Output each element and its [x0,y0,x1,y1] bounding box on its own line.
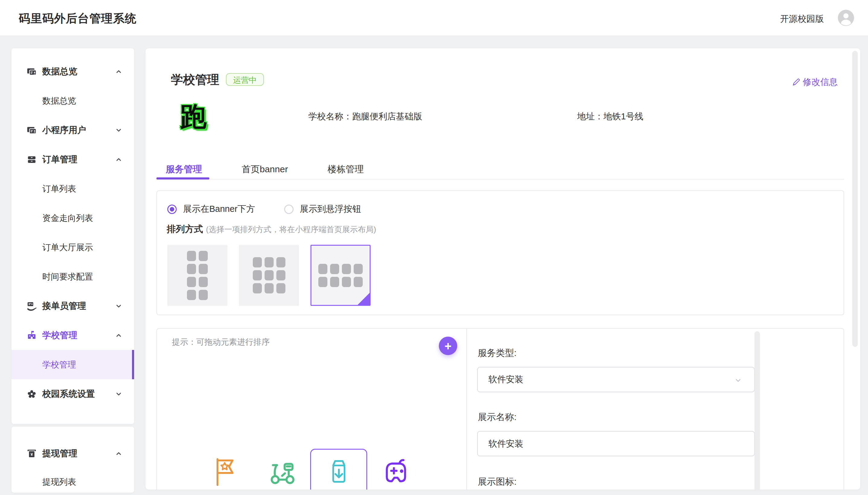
layout-grid-preview [187,251,208,300]
layout-grid-preview [253,257,285,293]
sidebar-item-withdraw-list[interactable]: 提现列表 [12,468,134,493]
display-name-field [477,431,755,456]
scooter-icon [267,456,297,486]
sidebar-item-label: 接单员管理 [42,300,86,312]
tab-home-banner[interactable]: 首页banner [232,159,297,179]
school-logo: 跑 [178,102,208,132]
display-icon-label: 展示图标: [478,476,516,488]
sidebar-item-order-list[interactable]: 订单列表 [12,174,134,203]
withdraw-icon: ¥ [26,448,37,459]
sidebar-item-mini-program-users[interactable]: 小程序用户 [12,116,134,145]
tab-bar: 服务管理首页banner楼栋管理 [157,159,394,179]
layout-option-4x2[interactable] [311,245,371,306]
sidebar-item-label: 数据总览 [42,66,77,78]
layout-option-3x3[interactable] [239,245,299,306]
service-type-select[interactable]: 软件安装 [477,367,755,392]
sidebar-item-data-overview-detail[interactable]: 数据总览 [12,86,134,116]
sidebar-item-label: 提现管理 [42,447,77,460]
courier-icon [26,301,37,311]
chevron-down-icon [733,376,743,385]
panel-divider [466,329,467,490]
sidebar-item-school-management[interactable]: 学校管理 [12,321,134,350]
sidebar-item-fund-flow-list[interactable]: 资金走向列表 [12,203,134,233]
radio-floating-button-label[interactable]: 展示到悬浮按钮 [300,203,361,215]
active-tab-underline [157,177,209,180]
service-item-delivery-scooter[interactable] [253,449,310,490]
content-card: 学校管理 运营中 修改信息 跑 学校名称：跑腿便利店基础版 地址：地铁1号线 服… [146,48,860,490]
display-position-radio-group: 展示在Banner下方 展示到悬浮按钮 [167,203,361,215]
display-name-label: 展示名称: [478,411,516,423]
user-avatar-icon[interactable] [838,10,854,26]
sidebar-item-label: 订单大厅展示 [42,242,93,253]
settings-icon [26,389,37,399]
tab-bar-border [157,179,844,180]
sidebar-card-main: 数据总览数据总览小程序用户订单管理订单列表资金走向列表订单大厅展示时间要求配置接… [12,48,134,424]
school-address: 地址：地铁1号线 [577,110,643,123]
sidebar-item-label: 小程序用户 [42,124,86,136]
status-badge: 运营中 [226,73,264,86]
content-scrollbar-thumb[interactable] [852,51,858,347]
display-settings-panel: 展示在Banner下方 展示到悬浮按钮 排列方式(选择一项排列方式，将在小程序端… [157,190,844,315]
layout-options [167,245,371,306]
school-name: 学校名称：跑腿便利店基础版 [308,110,422,123]
service-items-row [196,449,424,490]
chevron-up-icon[interactable] [115,68,123,75]
radio-banner-below[interactable] [167,205,177,214]
arrange-mode-line: 排列方式(选择一项排列方式，将在小程序端首页展示布局) [167,223,376,235]
layout-grid-preview [318,264,363,287]
radio-banner-below-label[interactable]: 展示在Banner下方 [183,203,255,215]
service-type-label: 服务类型: [478,347,516,359]
sidebar-item-withdraw-management[interactable]: ¥提现管理 [12,439,134,468]
sidebar-item-order-hall-display[interactable]: 订单大厅展示 [12,233,134,262]
sidebar-card-withdraw: ¥提现管理提现列表 [12,427,134,493]
card-user-icon [26,67,37,77]
svg-text:¥: ¥ [31,452,33,457]
flag-icon [210,456,240,486]
school-icon [26,330,37,341]
sidebar-item-courier-management[interactable]: 接单员管理 [12,291,134,321]
radio-floating-button[interactable] [284,205,294,214]
add-service-button[interactable]: + [439,337,457,355]
service-item-software-install[interactable] [310,449,367,490]
edit-info-link[interactable]: 修改信息 [792,76,838,88]
form-scrollbar-thumb[interactable] [755,331,760,490]
controller-icon [381,456,411,486]
sidebar-item-label: 资金走向列表 [42,212,93,224]
sidebar-item-label: 数据总览 [42,95,76,107]
sidebar-item-label: 学校管理 [42,359,76,371]
page-title: 学校管理 [171,71,219,88]
sidebar-item-data-overview[interactable]: 数据总览 [12,57,134,86]
app-title: 码里码外后台管理系统 [19,11,137,26]
box-download-icon [324,456,354,486]
tab-service-management[interactable]: 服务管理 [157,159,211,179]
chevron-down-icon[interactable] [115,390,123,398]
layout-option-2x4[interactable] [167,245,227,306]
tab-building-management[interactable]: 楼栋管理 [318,159,373,179]
service-sort-panel: 提示：可拖动元素进行排序 + 服务类型: 软件安装 展示名称: 展示图标: [157,328,844,490]
top-bar: 码里码外后台管理系统 开源校园版 [0,0,868,36]
edition-label: 开源校园版 [780,13,824,25]
orders-icon [26,154,37,165]
sidebar-item-time-requirement-config[interactable]: 时间要求配置 [12,262,134,291]
sidebar-item-label: 学校管理 [42,329,77,341]
chevron-down-icon[interactable] [115,126,123,134]
sidebar-item-order-management[interactable]: 订单管理 [12,145,134,174]
sidebar-item-school-management-page[interactable]: 学校管理 [12,350,134,379]
service-item-game[interactable] [367,449,424,490]
pencil-icon [792,78,800,86]
drag-hint: 提示：可拖动元素进行排序 [172,337,270,347]
display-name-input[interactable] [478,431,743,456]
sidebar-item-label: 提现列表 [42,476,76,488]
chevron-up-icon[interactable] [115,450,123,458]
sidebar-item-label: 订单列表 [42,183,76,194]
service-item-flag[interactable] [196,449,253,490]
sidebar-item-label: 订单管理 [42,154,77,166]
chevron-up-icon[interactable] [115,156,123,164]
sidebar-item-label: 时间要求配置 [42,271,93,283]
chevron-down-icon[interactable] [115,302,123,310]
sidebar-item-campus-system-settings[interactable]: 校园系统设置 [12,379,134,409]
card-user-icon [26,125,37,135]
chevron-up-icon[interactable] [115,331,123,339]
sidebar-item-label: 校园系统设置 [42,388,95,400]
